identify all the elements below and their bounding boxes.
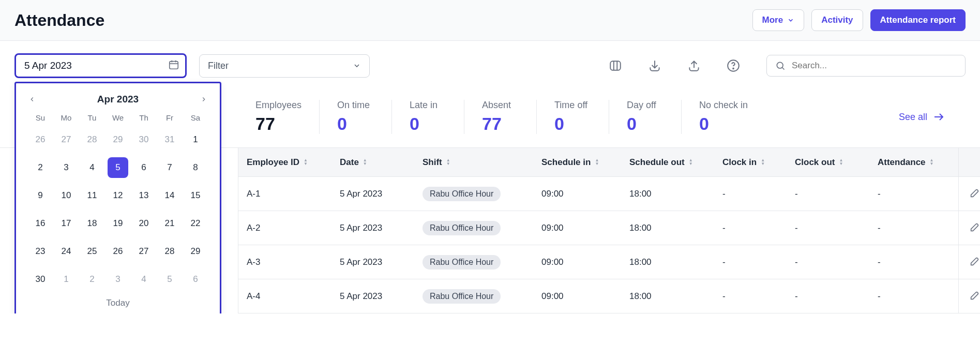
calendar-day[interactable]: 24 (56, 241, 77, 262)
upload-icon[interactable] (687, 58, 701, 73)
stat-label: Time off (554, 100, 591, 111)
calendar-day[interactable]: 6 (185, 269, 206, 290)
shift-badge: Rabu Office Hour (423, 255, 501, 270)
calendar-day[interactable]: 14 (159, 185, 180, 206)
calendar-day[interactable]: 8 (185, 157, 206, 178)
table-cell: - (878, 257, 950, 267)
activity-label: Activity (821, 15, 853, 25)
table-column-header[interactable]: Employee ID▲▼ (247, 157, 340, 168)
calendar-day[interactable]: 27 (133, 241, 154, 262)
table-cell: A-1 (247, 189, 340, 199)
calendar-day[interactable]: 1 (56, 269, 77, 290)
table-cell: A-2 (247, 223, 340, 233)
calendar-day[interactable]: 21 (159, 213, 180, 234)
calendar-day[interactable]: 5 (108, 157, 128, 178)
calendar-day[interactable]: 3 (108, 269, 128, 290)
calendar-dow: Th (131, 113, 157, 122)
table-row: A-15 Apr 2023Rabu Office Hour09:0018:00-… (238, 177, 958, 211)
table-column-header[interactable]: Schedule out▲▼ (629, 157, 722, 168)
calendar-day[interactable]: 4 (133, 269, 154, 290)
calendar-day[interactable]: 26 (30, 129, 51, 150)
stat-card: On time0 (320, 100, 392, 134)
sort-icon: ▲▼ (689, 159, 694, 166)
filter-dropdown[interactable]: Filter (199, 54, 370, 78)
edit-icon[interactable] (969, 290, 980, 303)
calendar-today-button[interactable]: Today (27, 298, 208, 308)
calendar-day[interactable]: 30 (133, 129, 154, 150)
column-label: Schedule in (541, 157, 591, 168)
column-label: Clock out (795, 157, 835, 168)
stat-value: 0 (627, 114, 664, 134)
calendar-day[interactable]: 12 (108, 185, 128, 206)
table-column-header[interactable]: Attendance▲▼ (878, 157, 950, 168)
calendar-day[interactable]: 31 (159, 129, 180, 150)
calendar-day[interactable]: 1 (185, 129, 206, 150)
table-column-header[interactable]: Schedule in▲▼ (541, 157, 629, 168)
columns-icon[interactable] (608, 58, 623, 73)
table-cell: Rabu Office Hour (423, 221, 541, 235)
stat-card: Absent77 (464, 100, 537, 134)
sort-icon: ▲▼ (839, 159, 844, 166)
calendar-day[interactable]: 2 (82, 269, 102, 290)
table-cell: 5 Apr 2023 (340, 189, 423, 199)
calendar-day[interactable]: 15 (185, 185, 206, 206)
calendar-next-button[interactable] (199, 95, 208, 104)
calendar-day[interactable]: 2 (30, 157, 51, 178)
edit-icon[interactable] (969, 221, 980, 235)
chevron-down-icon (787, 17, 794, 24)
table-column-header[interactable]: Date▲▼ (340, 157, 423, 168)
help-icon[interactable] (726, 58, 741, 73)
table-cell: A-3 (247, 257, 340, 267)
table-cell: - (878, 291, 950, 302)
calendar-day[interactable]: 3 (56, 157, 77, 178)
attendance-report-button[interactable]: Attendance report (870, 9, 966, 31)
stat-value: 0 (337, 114, 374, 134)
calendar-day[interactable]: 5 (159, 269, 180, 290)
table-cell: 5 Apr 2023 (340, 257, 423, 267)
calendar-day[interactable]: 4 (82, 157, 102, 178)
calendar-day[interactable]: 10 (56, 185, 77, 206)
calendar-day[interactable]: 13 (133, 185, 154, 206)
calendar-day[interactable]: 25 (82, 241, 102, 262)
controls-row: Filter (0, 41, 980, 78)
calendar-day[interactable]: 28 (159, 241, 180, 262)
table-cell: - (878, 223, 950, 233)
search-field[interactable] (766, 55, 966, 77)
calendar-day[interactable]: 6 (133, 157, 154, 178)
search-input[interactable] (792, 61, 957, 71)
calendar-day[interactable]: 20 (133, 213, 154, 234)
calendar-dow: We (105, 113, 131, 122)
calendar-day[interactable]: 7 (159, 157, 180, 178)
table-column-header[interactable]: Shift▲▼ (423, 157, 541, 168)
see-all-link[interactable]: See all (899, 111, 966, 123)
date-input[interactable] (14, 53, 187, 78)
stat-label: On time (337, 100, 374, 111)
table-column-header[interactable]: Clock out▲▼ (795, 157, 878, 168)
stat-card: No check in0 (682, 100, 765, 134)
calendar-day[interactable]: 18 (82, 213, 102, 234)
edit-icon[interactable] (969, 187, 980, 201)
calendar-day[interactable]: 17 (56, 213, 77, 234)
table-cell: Rabu Office Hour (423, 255, 541, 270)
calendar-day[interactable]: 27 (56, 129, 77, 150)
calendar-day[interactable]: 29 (185, 241, 206, 262)
calendar-prev-button[interactable] (27, 95, 37, 104)
calendar-day[interactable]: 19 (108, 213, 128, 234)
table-column-header[interactable]: Clock in▲▼ (722, 157, 795, 168)
calendar-day[interactable]: 22 (185, 213, 206, 234)
more-button[interactable]: More (752, 9, 805, 31)
date-picker[interactable] (14, 53, 187, 78)
calendar-day[interactable]: 11 (82, 185, 102, 206)
calendar-day[interactable]: 26 (108, 241, 128, 262)
calendar-day[interactable]: 28 (82, 129, 102, 150)
calendar-day[interactable]: 16 (30, 213, 51, 234)
download-icon[interactable] (647, 58, 662, 73)
activity-button[interactable]: Activity (811, 9, 863, 31)
calendar-day[interactable]: 29 (108, 129, 128, 150)
calendar-day[interactable]: 30 (30, 269, 51, 290)
edit-icon[interactable] (969, 256, 980, 269)
calendar-day[interactable]: 23 (30, 241, 51, 262)
column-label: Clock in (722, 157, 757, 168)
stat-label: Absent (482, 100, 519, 111)
calendar-day[interactable]: 9 (30, 185, 51, 206)
